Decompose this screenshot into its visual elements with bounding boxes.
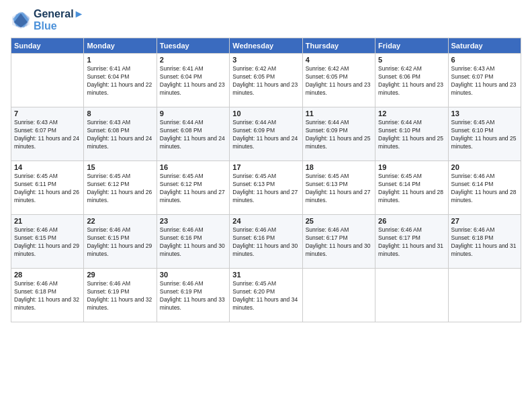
cell-info: Sunrise: 6:43 AMSunset: 6:07 PMDaylight:…: [14, 119, 81, 151]
day-number: 4: [306, 56, 372, 64]
day-number: 1: [87, 56, 153, 64]
calendar-cell: 15Sunrise: 6:45 AMSunset: 6:12 PMDayligh…: [84, 161, 157, 215]
weekday-header-thursday: Thursday: [302, 38, 375, 54]
day-number: 27: [451, 217, 518, 225]
calendar-cell: 18Sunrise: 6:45 AMSunset: 6:13 PMDayligh…: [302, 161, 375, 215]
calendar-cell: [11, 54, 84, 107]
week-row-4: 21Sunrise: 6:46 AMSunset: 6:15 PMDayligh…: [11, 215, 521, 269]
day-number: 13: [451, 109, 518, 118]
calendar-cell: 28Sunrise: 6:46 AMSunset: 6:18 PMDayligh…: [11, 269, 84, 322]
calendar-cell: 30Sunrise: 6:46 AMSunset: 6:19 PMDayligh…: [157, 269, 229, 322]
header-row: SundayMondayTuesdayWednesdayThursdayFrid…: [11, 38, 521, 54]
weekday-header-sunday: Sunday: [11, 38, 84, 54]
cell-info: Sunrise: 6:45 AMSunset: 6:10 PMDaylight:…: [451, 119, 518, 151]
day-number: 25: [306, 217, 372, 225]
logo: General► Blue: [11, 8, 84, 32]
day-number: 20: [451, 163, 518, 171]
calendar-cell: 22Sunrise: 6:46 AMSunset: 6:15 PMDayligh…: [84, 215, 157, 269]
day-number: 11: [306, 109, 372, 118]
week-row-5: 28Sunrise: 6:46 AMSunset: 6:18 PMDayligh…: [11, 269, 521, 322]
day-number: 12: [378, 109, 445, 118]
cell-info: Sunrise: 6:43 AMSunset: 6:08 PMDaylight:…: [87, 119, 153, 151]
cell-info: Sunrise: 6:42 AMSunset: 6:06 PMDaylight:…: [378, 65, 445, 97]
day-number: 16: [160, 163, 226, 171]
calendar-cell: 16Sunrise: 6:45 AMSunset: 6:12 PMDayligh…: [157, 161, 229, 215]
calendar-cell: 17Sunrise: 6:45 AMSunset: 6:13 PMDayligh…: [230, 161, 302, 215]
cell-info: Sunrise: 6:44 AMSunset: 6:09 PMDaylight:…: [232, 119, 299, 151]
calendar-table: SundayMondayTuesdayWednesdayThursdayFrid…: [11, 38, 521, 322]
cell-info: Sunrise: 6:46 AMSunset: 6:15 PMDaylight:…: [87, 226, 153, 259]
calendar-cell: 4Sunrise: 6:42 AMSunset: 6:05 PMDaylight…: [302, 54, 375, 107]
cell-info: Sunrise: 6:45 AMSunset: 6:13 PMDaylight:…: [232, 173, 299, 205]
cell-info: Sunrise: 6:41 AMSunset: 6:04 PMDaylight:…: [87, 65, 153, 97]
day-number: 22: [87, 217, 153, 225]
day-number: 28: [14, 271, 81, 279]
calendar-cell: 9Sunrise: 6:44 AMSunset: 6:08 PMDaylight…: [157, 107, 229, 161]
cell-info: Sunrise: 6:46 AMSunset: 6:17 PMDaylight:…: [306, 226, 372, 259]
cell-info: Sunrise: 6:44 AMSunset: 6:08 PMDaylight:…: [160, 119, 226, 151]
week-row-3: 14Sunrise: 6:45 AMSunset: 6:11 PMDayligh…: [11, 161, 521, 215]
day-number: 8: [87, 109, 153, 118]
cell-info: Sunrise: 6:46 AMSunset: 6:18 PMDaylight:…: [451, 226, 518, 259]
day-number: 6: [451, 56, 518, 64]
cell-info: Sunrise: 6:46 AMSunset: 6:17 PMDaylight:…: [378, 226, 445, 259]
calendar-cell: 6Sunrise: 6:43 AMSunset: 6:07 PMDaylight…: [448, 54, 521, 107]
day-number: 19: [378, 163, 445, 171]
day-number: 17: [232, 163, 299, 171]
day-number: 29: [87, 271, 153, 279]
logo-text: General► Blue: [34, 8, 84, 32]
day-number: 23: [160, 217, 226, 225]
calendar-cell: 19Sunrise: 6:45 AMSunset: 6:14 PMDayligh…: [375, 161, 448, 215]
cell-info: Sunrise: 6:41 AMSunset: 6:04 PMDaylight:…: [160, 65, 226, 97]
weekday-header-saturday: Saturday: [448, 38, 521, 54]
day-number: 3: [232, 56, 299, 64]
day-number: 31: [232, 271, 299, 279]
cell-info: Sunrise: 6:42 AMSunset: 6:05 PMDaylight:…: [232, 65, 299, 97]
calendar-cell: 25Sunrise: 6:46 AMSunset: 6:17 PMDayligh…: [302, 215, 375, 269]
cell-info: Sunrise: 6:46 AMSunset: 6:15 PMDaylight:…: [14, 226, 81, 259]
calendar-cell: [375, 269, 448, 322]
cell-info: Sunrise: 6:46 AMSunset: 6:16 PMDaylight:…: [160, 226, 226, 259]
day-number: 9: [160, 109, 226, 118]
calendar-cell: 14Sunrise: 6:45 AMSunset: 6:11 PMDayligh…: [11, 161, 84, 215]
calendar-cell: 3Sunrise: 6:42 AMSunset: 6:05 PMDaylight…: [230, 54, 302, 107]
cell-info: Sunrise: 6:46 AMSunset: 6:16 PMDaylight:…: [232, 226, 299, 259]
day-number: 14: [14, 163, 81, 171]
cell-info: Sunrise: 6:46 AMSunset: 6:18 PMDaylight:…: [14, 280, 81, 312]
cell-info: Sunrise: 6:45 AMSunset: 6:12 PMDaylight:…: [160, 173, 226, 205]
cell-info: Sunrise: 6:46 AMSunset: 6:19 PMDaylight:…: [160, 280, 226, 312]
calendar-cell: [448, 269, 521, 322]
cell-info: Sunrise: 6:44 AMSunset: 6:09 PMDaylight:…: [306, 119, 372, 151]
day-number: 24: [232, 217, 299, 225]
cell-info: Sunrise: 6:45 AMSunset: 6:20 PMDaylight:…: [232, 280, 299, 312]
cell-info: Sunrise: 6:45 AMSunset: 6:12 PMDaylight:…: [87, 173, 153, 205]
cell-info: Sunrise: 6:44 AMSunset: 6:10 PMDaylight:…: [378, 119, 445, 151]
day-number: 26: [378, 217, 445, 225]
calendar-cell: 11Sunrise: 6:44 AMSunset: 6:09 PMDayligh…: [302, 107, 375, 161]
day-number: 2: [160, 56, 226, 64]
weekday-header-tuesday: Tuesday: [157, 38, 229, 54]
header: General► Blue: [11, 8, 521, 32]
cell-info: Sunrise: 6:45 AMSunset: 6:13 PMDaylight:…: [306, 173, 372, 205]
calendar-cell: 5Sunrise: 6:42 AMSunset: 6:06 PMDaylight…: [375, 54, 448, 107]
day-number: 15: [87, 163, 153, 171]
calendar-cell: 2Sunrise: 6:41 AMSunset: 6:04 PMDaylight…: [157, 54, 229, 107]
day-number: 18: [306, 163, 372, 171]
calendar-cell: 12Sunrise: 6:44 AMSunset: 6:10 PMDayligh…: [375, 107, 448, 161]
calendar-cell: 20Sunrise: 6:46 AMSunset: 6:14 PMDayligh…: [448, 161, 521, 215]
calendar-cell: 8Sunrise: 6:43 AMSunset: 6:08 PMDaylight…: [84, 107, 157, 161]
calendar-cell: 10Sunrise: 6:44 AMSunset: 6:09 PMDayligh…: [230, 107, 302, 161]
calendar-cell: [302, 269, 375, 322]
week-row-2: 7Sunrise: 6:43 AMSunset: 6:07 PMDaylight…: [11, 107, 521, 161]
logo-general: General►: [34, 8, 84, 20]
weekday-header-monday: Monday: [84, 38, 157, 54]
day-number: 30: [160, 271, 226, 279]
logo-blue: Blue: [34, 20, 84, 32]
cell-info: Sunrise: 6:45 AMSunset: 6:14 PMDaylight:…: [378, 173, 445, 205]
day-number: 5: [378, 56, 445, 64]
calendar-cell: 26Sunrise: 6:46 AMSunset: 6:17 PMDayligh…: [375, 215, 448, 269]
cell-info: Sunrise: 6:45 AMSunset: 6:11 PMDaylight:…: [14, 173, 81, 205]
calendar-cell: 24Sunrise: 6:46 AMSunset: 6:16 PMDayligh…: [230, 215, 302, 269]
calendar-cell: 7Sunrise: 6:43 AMSunset: 6:07 PMDaylight…: [11, 107, 84, 161]
calendar-cell: 27Sunrise: 6:46 AMSunset: 6:18 PMDayligh…: [448, 215, 521, 269]
